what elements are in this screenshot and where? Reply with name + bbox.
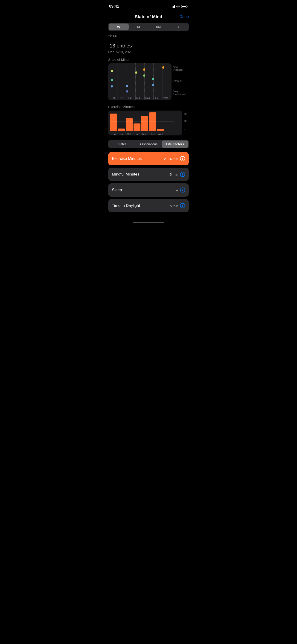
wed-dots: [162, 66, 164, 69]
y-label-0: 0: [184, 127, 189, 130]
factor-daylight[interactable]: Time In Daylight 1–6 min i: [108, 199, 189, 212]
day-mon: Mon: [145, 97, 150, 99]
page-title: State of Mind: [135, 14, 162, 19]
day-sun: Sun: [136, 97, 140, 99]
stats-section: TOTAL 13entries Dec 7–13, 2023: [104, 34, 194, 58]
sat-dots: [126, 85, 128, 92]
factor-exercise-name: Exercise Minutes: [112, 156, 142, 161]
label-very-pleasant: Very Pleasant: [173, 66, 189, 71]
state-of-mind-section: State of Mind: [104, 58, 194, 136]
factor-sleep-info-button[interactable]: i: [180, 188, 185, 192]
factor-mindful[interactable]: Mindful Minutes 5 min i: [108, 168, 189, 181]
tab-week[interactable]: W: [109, 24, 129, 30]
exercise-chart-section: Exercise Minutes Thu Fri: [108, 105, 189, 136]
bar-sat-label: Sat: [127, 133, 131, 136]
factor-daylight-value-row: 1–6 min i: [166, 203, 185, 208]
bar-tue-label: Tue: [150, 133, 155, 136]
factor-exercise-value: 2–14 min: [164, 157, 178, 161]
done-button[interactable]: Done: [179, 14, 189, 19]
mon-dots: [143, 68, 145, 77]
exercise-chart-wrapper: Thu Fri Sat Sun: [108, 110, 189, 136]
thu-dots: [111, 70, 113, 88]
state-y-labels: Very Pleasant Neutral Very Unpleasant: [172, 63, 189, 100]
tab-month[interactable]: M: [129, 24, 149, 30]
signal-bars-icon: [170, 5, 175, 8]
exercise-grid: [110, 113, 174, 130]
status-time: 09:41: [109, 4, 119, 9]
bar-fri-label: Fri: [120, 133, 123, 136]
label-very-unpleasant: Very Unpleasant: [173, 90, 189, 96]
tab-6months[interactable]: 6M: [148, 24, 168, 30]
day-tue: Tue: [155, 97, 159, 99]
tab-year[interactable]: Y: [168, 24, 188, 30]
bar-wed: Wed: [157, 129, 164, 136]
stats-count: 13entries: [108, 39, 189, 49]
main-tab-selector: States Associations Life Factors: [108, 140, 189, 148]
tab-states[interactable]: States: [109, 140, 135, 148]
factor-sleep-value-row: -- i: [176, 188, 185, 192]
factor-mindful-info-button[interactable]: i: [180, 172, 185, 177]
factor-exercise-info-button[interactable]: i: [180, 156, 185, 161]
factor-sleep[interactable]: Sleep -- i: [108, 183, 189, 197]
y-label-20: 20: [184, 120, 189, 122]
label-neutral: Neutral: [173, 79, 189, 82]
tue-dots: [152, 78, 154, 86]
wifi-icon: [176, 5, 180, 8]
sun-dots: [135, 72, 137, 74]
factor-daylight-value: 1–6 min: [166, 204, 178, 208]
state-chart-title: State of Mind: [108, 58, 189, 62]
state-chart-container: Thu Fri Sat Sun Mon Tue Wed Very Pleasan…: [108, 63, 189, 100]
factor-mindful-name: Mindful Minutes: [112, 172, 139, 177]
bar-sun-label: Sun: [135, 133, 139, 136]
status-icons: [170, 5, 188, 8]
entry-unit: entries: [116, 43, 132, 48]
entry-count: 13: [110, 43, 115, 48]
life-factors-list: Exercise Minutes 2–14 min i Mindful Minu…: [104, 152, 194, 219]
time-range-selector: W M 6M Y: [108, 23, 189, 31]
exercise-y-labels: 40 20 0: [182, 110, 189, 136]
home-indicator: [104, 219, 194, 225]
status-bar: 09:41: [104, 0, 194, 12]
stats-date: Dec 7–13, 2023: [108, 50, 189, 54]
tab-associations[interactable]: Associations: [135, 140, 162, 148]
factor-sleep-value: --: [176, 188, 178, 192]
factor-exercise-value-row: 2–14 min i: [164, 156, 185, 161]
day-sat: Sat: [128, 97, 132, 99]
factor-daylight-info-button[interactable]: i: [180, 203, 185, 208]
state-chart: Thu Fri Sat Sun Mon Tue Wed: [108, 63, 172, 100]
factor-mindful-value-row: 5 min i: [170, 172, 185, 177]
day-fri: Fri: [120, 97, 123, 99]
bar-mon-label: Mon: [142, 133, 147, 136]
bar-thu-label: Thu: [112, 133, 116, 136]
home-bar: [133, 222, 164, 223]
exercise-chart-title: Exercise Minutes: [108, 105, 189, 109]
factor-sleep-name: Sleep: [112, 188, 122, 192]
factor-exercise[interactable]: Exercise Minutes 2–14 min i: [108, 152, 189, 166]
factor-daylight-name: Time In Daylight: [112, 204, 140, 208]
day-wed: Wed: [164, 97, 168, 99]
state-chart-day-labels: Thu Fri Sat Sun Mon Tue Wed: [108, 97, 172, 99]
day-thu: Thu: [112, 97, 116, 99]
stats-total-label: TOTAL: [108, 34, 189, 38]
chart-grid: [108, 63, 172, 100]
battery-icon: [181, 5, 188, 8]
factor-mindful-value: 5 min: [170, 172, 178, 176]
exercise-chart: Thu Fri Sat Sun: [108, 110, 182, 136]
header: State of Mind Done: [104, 12, 194, 23]
y-label-40: 40: [184, 112, 189, 115]
tab-life-factors[interactable]: Life Factors: [162, 140, 188, 148]
bar-wed-label: Wed: [158, 133, 163, 136]
